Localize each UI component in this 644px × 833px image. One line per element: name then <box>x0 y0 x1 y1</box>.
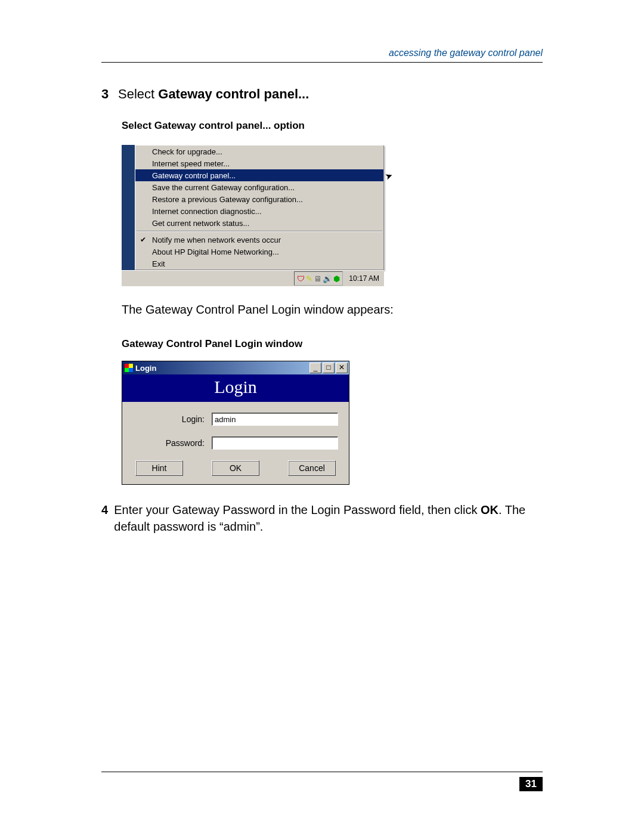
tray-icon-1: 🛡 <box>297 275 305 283</box>
menu-item-connection-diagnostic[interactable]: Internet connection diagnostic... <box>135 205 383 217</box>
menu-item-speed-meter[interactable]: Internet speed meter... <box>135 157 383 169</box>
cursor-icon: ➤ <box>383 169 394 182</box>
menu-item-exit[interactable]: Exit <box>135 258 383 270</box>
ok-button[interactable]: OK <box>212 460 259 476</box>
figure1-caption: Select Gateway control panel... option <box>122 120 543 132</box>
taskbar: 🛡 ✎ 🖥 🔊 ⬢ 10:17 AM <box>122 270 384 286</box>
taskbar-clock: 10:17 AM <box>349 274 379 283</box>
login-label: Login: <box>133 414 212 424</box>
menu-separator <box>137 231 382 232</box>
menu-item-notify-events[interactable]: Notify me when network events occur <box>135 234 383 246</box>
menu-item-restore-config[interactable]: Restore a previous Gateway configuration… <box>135 193 383 205</box>
step-4-pre: Enter your Gateway Password in the Login… <box>114 503 481 516</box>
system-tray: 🛡 ✎ 🖥 🔊 ⬢ <box>294 271 343 286</box>
figure2-caption: Gateway Control Panel Login window <box>122 338 543 350</box>
maximize-button[interactable]: □ <box>323 363 335 373</box>
footer-rule <box>101 772 543 772</box>
cancel-button[interactable]: Cancel <box>288 460 336 476</box>
step-4: 4 Enter your Gateway Password in the Log… <box>101 501 543 535</box>
step-4-bold: OK <box>481 503 499 516</box>
menu-item-save-config[interactable]: Save the current Gateway configuration..… <box>135 181 383 193</box>
body-text-1: The Gateway Control Panel Login window a… <box>122 303 543 317</box>
running-head: accessing the gateway control panel <box>101 48 543 58</box>
figure1-context-menu: Check for upgrade... Internet speed mete… <box>122 145 384 286</box>
tray-icon-4: 🔊 <box>323 275 332 283</box>
menu-item-check-upgrade[interactable]: Check for upgrade... <box>135 145 383 157</box>
login-input[interactable] <box>212 413 338 426</box>
step-4-number: 4 <box>101 501 114 535</box>
hint-button[interactable]: Hint <box>135 460 183 476</box>
step-3-number: 3 <box>101 86 118 102</box>
login-titlebar: Login _ □ ✕ <box>122 361 349 374</box>
step-3: 3 Select Gateway control panel... <box>101 86 543 102</box>
page-number: 31 <box>519 777 543 791</box>
menu-item-about[interactable]: About HP Digital Home Networking... <box>135 246 383 258</box>
page-footer: 31 <box>101 767 543 791</box>
login-window: Login _ □ ✕ Login Login: Password: <box>122 361 349 485</box>
menu-item-gateway-control-panel-label: Gateway control panel... <box>152 171 236 180</box>
context-menu: Check for upgrade... Internet speed mete… <box>135 145 384 270</box>
login-title: Login <box>135 364 156 373</box>
menu-item-gateway-control-panel[interactable]: Gateway control panel... ➤ <box>135 169 383 181</box>
minimize-button[interactable]: _ <box>309 363 321 373</box>
password-input[interactable] <box>212 436 338 450</box>
password-label: Password: <box>133 438 212 448</box>
login-banner: Login <box>122 374 349 402</box>
close-button[interactable]: ✕ <box>336 363 348 373</box>
step-3-prefix: Select <box>118 86 158 101</box>
menu-item-network-status[interactable]: Get current network status... <box>135 217 383 229</box>
step-3-bold: Gateway control panel... <box>158 86 309 101</box>
tray-icon-3: 🖥 <box>314 275 321 283</box>
tray-icon-2: ✎ <box>306 275 312 283</box>
tray-icon-5: ⬢ <box>333 275 340 283</box>
app-icon <box>125 364 133 372</box>
header-rule <box>101 62 543 63</box>
